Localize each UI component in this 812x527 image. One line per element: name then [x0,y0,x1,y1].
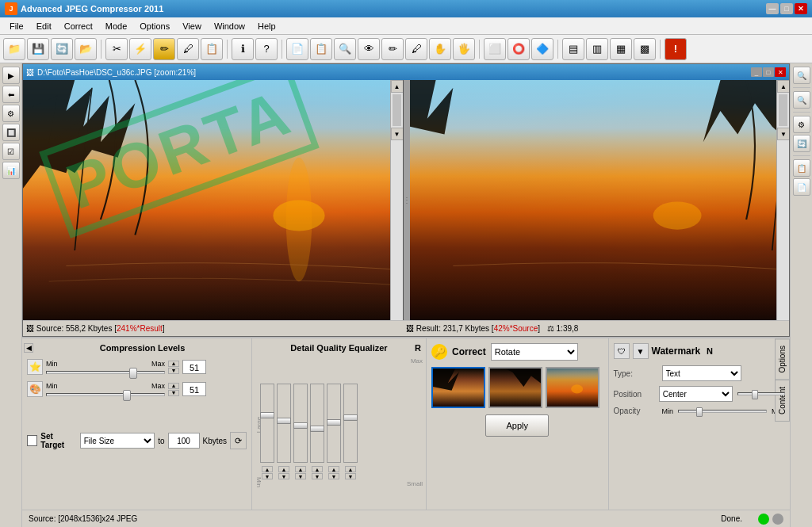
apply-button[interactable]: Apply [485,414,549,437]
save-button[interactable]: 💾 [27,38,49,60]
help-button[interactable]: ? [255,38,278,60]
slider2-value[interactable]: 51 [182,382,206,396]
thumbnail-3[interactable] [546,367,599,408]
position-select[interactable]: Center Top Left Top Right Bottom Left Bo… [659,386,733,402]
menu-window[interactable]: Window [208,20,251,32]
iw-close[interactable]: ✕ [775,67,786,77]
eq-down-1[interactable]: ▼ [262,473,273,479]
scroll-up-right[interactable]: ▲ [777,80,789,93]
opacity-slider-thumb[interactable] [696,407,703,417]
slider1-value[interactable]: 51 [182,360,206,374]
left-image-panel[interactable]: PORTA [23,80,404,320]
menu-mode[interactable]: Mode [99,20,134,32]
thumbnail-1[interactable] [431,367,485,408]
scroll-up-left[interactable]: ▲ [391,80,404,93]
slider2-thumb[interactable] [123,390,131,401]
rsidebar-btn-1[interactable]: 🔍 [793,67,810,84]
eq-up-5[interactable]: ▲ [328,466,339,472]
scroll-thumb-left[interactable] [393,94,401,126]
rsidebar-btn-3[interactable]: ⚙ [793,116,810,133]
refresh-button[interactable]: 🔄 [51,38,73,60]
tab-content[interactable]: Content [775,380,790,422]
layout-3[interactable]: ▦ [610,38,632,60]
slider1-track[interactable] [46,371,165,374]
eq-knob-4[interactable] [310,426,324,432]
rect-button[interactable]: ⬜ [484,38,506,60]
slider2-down[interactable]: ▼ [168,390,179,396]
collapse-button[interactable]: ◀ [24,343,33,353]
pencil-button[interactable]: 🖊 [405,38,427,60]
action-button[interactable]: ! [665,38,687,60]
eq-down-3[interactable]: ▼ [295,473,306,479]
tool-4[interactable]: 🖊 [177,38,199,60]
eq-track-1[interactable] [260,384,274,463]
grab-button[interactable]: 🖐 [453,38,475,60]
zoom-button[interactable]: 🔍 [334,38,356,60]
tool-2[interactable]: ⚡ [129,38,151,60]
slider2-up[interactable]: ▲ [168,383,179,389]
eye-button[interactable]: 👁 [358,38,380,60]
menu-help[interactable]: Help [251,20,282,32]
menu-edit[interactable]: Edit [30,20,58,32]
sidebar-btn-1[interactable]: ▶ [2,67,20,84]
eq-up-3[interactable]: ▲ [295,466,306,472]
rsidebar-btn-2[interactable]: 🔍 [793,91,810,109]
rsidebar-btn-5[interactable]: 📋 [793,159,810,177]
rsidebar-btn-6[interactable]: 📄 [793,178,810,196]
rotate-select[interactable]: Rotate Flip H Flip V Crop [491,343,578,361]
thumbnail-2[interactable] [488,367,542,408]
eq-up-4[interactable]: ▲ [312,466,323,472]
slider1-up[interactable]: ▲ [168,361,179,367]
eq-knob-1[interactable] [260,412,274,418]
right-image-panel[interactable]: ▲ ▼ [410,80,790,320]
type-select[interactable]: Text Image [662,365,741,381]
watermark-icon-1[interactable]: 🛡 [614,343,630,359]
info-button[interactable]: ℹ [232,38,254,60]
paste-button[interactable]: 📋 [310,38,332,60]
layout-4[interactable]: ▩ [634,38,656,60]
tool-1[interactable]: ✂ [105,38,128,60]
eq-down-2[interactable]: ▼ [278,473,289,479]
rsidebar-btn-4[interactable]: 🔄 [793,135,810,152]
circle-button[interactable]: ⭕ [508,38,530,60]
target-value-input[interactable] [168,433,200,449]
right-panel-vscroll[interactable]: ▲ ▼ [776,80,789,320]
eq-up-6[interactable]: ▲ [345,466,356,472]
scroll-thumb-right[interactable] [779,94,787,126]
eq-track-5[interactable] [327,384,341,463]
scroll-down-left[interactable]: ▼ [391,128,404,140]
poly-button[interactable]: 🔷 [531,38,553,60]
eq-up-2[interactable]: ▲ [278,466,289,472]
set-target-checkbox[interactable] [27,435,37,446]
left-panel-vscroll[interactable]: ▲ ▼ [390,80,403,320]
sidebar-btn-6[interactable]: 📊 [2,162,20,179]
eq-down-5[interactable]: ▼ [328,473,339,479]
folder-button[interactable]: 📂 [75,38,97,60]
iw-maximize[interactable]: □ [763,67,774,77]
hand-button[interactable]: ✋ [429,38,451,60]
watermark-icon-2[interactable]: ▼ [633,343,649,359]
eq-knob-3[interactable] [293,422,308,429]
sidebar-btn-5[interactable]: ☑ [2,143,20,160]
target-icon-button[interactable]: ⟳ [230,432,247,449]
eq-down-6[interactable]: ▼ [345,473,356,479]
eq-knob-2[interactable] [277,418,291,424]
eq-track-3[interactable] [293,384,308,463]
sidebar-btn-4[interactable]: 🔲 [2,124,20,141]
minimize-button[interactable]: — [766,3,779,14]
slider1-down[interactable]: ▼ [168,368,179,374]
eq-track-4[interactable] [310,384,324,463]
menu-options[interactable]: Options [133,20,176,32]
eq-track-2[interactable] [277,384,291,463]
eq-knob-6[interactable] [343,414,358,421]
eq-knob-5[interactable] [327,419,341,426]
open-button[interactable]: 📁 [3,38,25,60]
menu-correct[interactable]: Correct [58,20,99,32]
iw-minimize[interactable]: _ [751,67,762,77]
eq-down-4[interactable]: ▼ [312,473,323,479]
tab-options[interactable]: Options [775,338,790,380]
panel-splitter[interactable]: ⋮ [404,80,410,320]
opacity-slider[interactable] [678,410,767,413]
eq-up-1[interactable]: ▲ [262,466,273,472]
copy-button[interactable]: 📄 [286,38,308,60]
